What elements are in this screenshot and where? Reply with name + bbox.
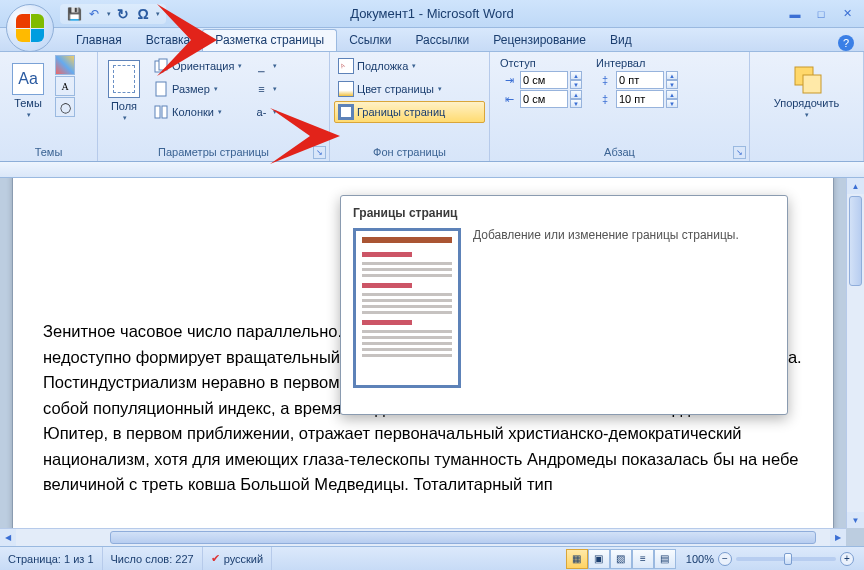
- vertical-scrollbar[interactable]: ▲ ▼: [846, 178, 864, 528]
- help-icon[interactable]: ?: [838, 35, 854, 51]
- horizontal-ruler[interactable]: [0, 162, 864, 178]
- size-label: Размер: [172, 83, 210, 95]
- group-paragraph-label: Абзац: [494, 143, 745, 161]
- zoom-slider[interactable]: [736, 557, 836, 561]
- scrollbar-thumb[interactable]: [110, 531, 816, 544]
- view-draft[interactable]: ▤: [654, 549, 676, 569]
- theme-fonts-button[interactable]: A: [55, 76, 75, 96]
- margins-label: Поля: [111, 100, 137, 112]
- breaks-button[interactable]: ⎯▾: [249, 55, 281, 77]
- spellcheck-icon: ✔: [211, 552, 220, 565]
- tab-view[interactable]: Вид: [598, 30, 644, 51]
- spin-up[interactable]: ▲: [570, 71, 582, 80]
- spacing-column: Интервал ‡ ▲▼ ‡ ▲▼: [596, 57, 678, 109]
- spin-down[interactable]: ▼: [570, 80, 582, 89]
- tooltip-page-borders: Границы страниц Добавление или изменение…: [340, 195, 788, 415]
- themes-icon: Aa: [12, 63, 44, 95]
- spin-up[interactable]: ▲: [666, 71, 678, 80]
- close-button[interactable]: ✕: [836, 5, 858, 23]
- svg-rect-6: [803, 75, 821, 93]
- chevron-down-icon: ▾: [123, 114, 127, 122]
- chevron-down-icon: ▾: [438, 85, 442, 93]
- omega-icon[interactable]: Ω: [135, 6, 151, 22]
- view-outline[interactable]: ≡: [632, 549, 654, 569]
- tooltip-description: Добавление или изменение границы страниц…: [473, 228, 775, 404]
- view-print-layout[interactable]: ▦: [566, 549, 588, 569]
- status-word-count[interactable]: Число слов: 227: [103, 547, 203, 570]
- breaks-icon: ⎯: [253, 58, 269, 74]
- maximize-button[interactable]: □: [810, 5, 832, 23]
- line-numbers-button[interactable]: ≡▾: [249, 78, 281, 100]
- watermark-icon: A: [338, 58, 354, 74]
- zoom-controls: 100% − +: [676, 552, 864, 566]
- scroll-left-icon[interactable]: ◀: [0, 529, 16, 546]
- indent-right-row: ⇤ ▲▼: [500, 90, 582, 108]
- red-arrow-annotation: [157, 4, 217, 76]
- page-color-label: Цвет страницы: [357, 83, 434, 95]
- watermark-label: Подложка: [357, 60, 408, 72]
- spacing-header: Интервал: [596, 57, 678, 69]
- page-color-button[interactable]: Цвет страницы ▾: [334, 78, 485, 100]
- page-borders-button[interactable]: Границы страниц: [334, 101, 485, 123]
- view-web-layout[interactable]: ▧: [610, 549, 632, 569]
- scroll-right-icon[interactable]: ▶: [830, 529, 846, 546]
- undo-icon[interactable]: ↶: [86, 6, 102, 22]
- arrange-button[interactable]: Упорядочить ▾: [766, 55, 848, 127]
- office-button[interactable]: [6, 4, 54, 52]
- theme-effects-button[interactable]: ◯: [55, 97, 75, 117]
- group-arrange: Упорядочить ▾: [750, 52, 864, 161]
- line-numbers-icon: ≡: [253, 81, 269, 97]
- horizontal-scrollbar[interactable]: ◀ ▶: [0, 528, 846, 546]
- tab-mailings[interactable]: Рассылки: [403, 30, 481, 51]
- theme-colors-button[interactable]: [55, 55, 75, 75]
- save-icon[interactable]: 💾: [66, 6, 82, 22]
- view-full-screen[interactable]: ▣: [588, 549, 610, 569]
- zoom-level[interactable]: 100%: [686, 553, 714, 565]
- chevron-down-icon: ▾: [412, 62, 416, 70]
- scroll-up-icon[interactable]: ▲: [847, 178, 864, 194]
- indent-header: Отступ: [500, 57, 582, 69]
- window-title: Документ1 - Microsoft Word: [350, 6, 514, 21]
- zoom-slider-thumb[interactable]: [784, 553, 792, 565]
- columns-button[interactable]: Колонки ▾: [149, 101, 246, 123]
- spin-up[interactable]: ▲: [570, 90, 582, 99]
- tooltip-thumbnail: [353, 228, 461, 388]
- tab-page-layout[interactable]: Разметка страницы: [202, 29, 337, 51]
- redo-icon[interactable]: ↻: [115, 6, 131, 22]
- margins-button[interactable]: Поля ▾: [102, 55, 146, 127]
- status-bar: Страница: 1 из 1 Число слов: 227 ✔ русск…: [0, 546, 864, 570]
- page-color-icon: [338, 81, 354, 97]
- themes-button[interactable]: Aa Темы ▾: [4, 55, 52, 127]
- minimize-button[interactable]: ▬: [784, 5, 806, 23]
- indent-right-input[interactable]: [520, 90, 568, 108]
- group-themes: Aa Темы ▾ A ◯ Темы: [0, 52, 98, 161]
- paragraph-dialog-launcher[interactable]: ↘: [733, 146, 746, 159]
- svg-rect-2: [156, 82, 166, 96]
- svg-rect-3: [155, 106, 160, 118]
- zoom-in-button[interactable]: +: [840, 552, 854, 566]
- tab-review[interactable]: Рецензирование: [481, 30, 598, 51]
- chevron-down-icon: ▾: [27, 111, 31, 119]
- spacing-before-icon: ‡: [596, 71, 614, 89]
- spacing-before-input[interactable]: [616, 71, 664, 89]
- tab-home[interactable]: Главная: [64, 30, 134, 51]
- scroll-down-icon[interactable]: ▼: [847, 512, 864, 528]
- qat-undo-drop[interactable]: ▾: [107, 10, 111, 18]
- status-language-label: русский: [224, 553, 263, 565]
- arrange-label: Упорядочить: [774, 97, 839, 109]
- spacing-after-input[interactable]: [616, 90, 664, 108]
- status-page[interactable]: Страница: 1 из 1: [0, 547, 103, 570]
- scrollbar-thumb[interactable]: [849, 196, 862, 286]
- watermark-button[interactable]: A Подложка ▾: [334, 55, 485, 77]
- size-button[interactable]: Размер ▾: [149, 78, 246, 100]
- spin-down[interactable]: ▼: [570, 99, 582, 108]
- indent-left-input[interactable]: [520, 71, 568, 89]
- spin-down[interactable]: ▼: [666, 80, 678, 89]
- spin-down[interactable]: ▼: [666, 99, 678, 108]
- ribbon: Aa Темы ▾ A ◯ Темы Поля ▾ Ориентация: [0, 52, 864, 162]
- chevron-down-icon: ▾: [214, 85, 218, 93]
- spin-up[interactable]: ▲: [666, 90, 678, 99]
- status-language[interactable]: ✔ русский: [203, 547, 272, 570]
- zoom-out-button[interactable]: −: [718, 552, 732, 566]
- tab-references[interactable]: Ссылки: [337, 30, 403, 51]
